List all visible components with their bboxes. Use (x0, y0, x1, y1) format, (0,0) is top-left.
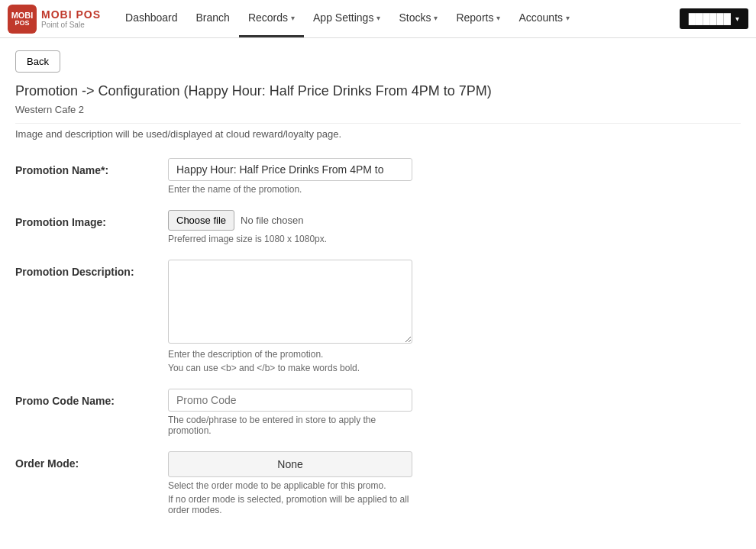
nav-label-reports: Reports (456, 11, 493, 24)
brand-logo-line1: MOBI (11, 11, 34, 20)
order-mode-wrap: None Select the order mode to be applica… (168, 451, 412, 515)
order-mode-hint1: Select the order mode to be applicable f… (168, 480, 412, 491)
order-mode-row: Order Mode: None Select the order mode t… (15, 451, 741, 515)
nav-label-dashboard: Dashboard (125, 11, 178, 24)
promo-code-row: Promo Code Name: The code/phrase to be e… (15, 389, 741, 436)
app-settings-chevron-icon: ▾ (376, 14, 380, 22)
order-mode-label: Order Mode: (15, 451, 168, 470)
brand-logo-line2: POS (15, 20, 29, 27)
promo-code-wrap: The code/phrase to be entered in store t… (168, 389, 412, 436)
promotion-description-hint2: You can use <b> and </b> to make words b… (168, 363, 412, 373)
promotion-name-label: Promotion Name*: (15, 158, 168, 176)
promo-code-label: Promo Code Name: (15, 389, 168, 407)
nav-label-accounts: Accounts (519, 11, 563, 24)
page-title: Promotion -> Configuration (Happy Hour: … (15, 83, 741, 99)
promotion-description-row: Promotion Description: Enter the descrip… (15, 260, 741, 373)
nav-item-dashboard[interactable]: Dashboard (116, 0, 187, 37)
nav-label-app-settings: App Settings (313, 11, 373, 24)
nav-item-app-settings[interactable]: App Settings ▾ (304, 0, 389, 37)
promotion-name-row: Promotion Name*: Enter the name of the p… (15, 158, 741, 195)
navbar: MOBI POS MOBI POS Point of Sale Dashboar… (0, 0, 756, 38)
branch-name: Western Cafe 2 (15, 104, 741, 124)
brand: MOBI POS MOBI POS Point of Sale (8, 5, 101, 34)
promotion-description-input[interactable] (168, 260, 412, 344)
page-hint: Image and description will be used/displ… (15, 128, 741, 140)
choose-file-button[interactable]: Choose file (168, 210, 234, 231)
nav-items: Dashboard Branch Records ▾ App Settings … (116, 0, 579, 37)
nav-item-accounts[interactable]: Accounts ▾ (509, 0, 579, 37)
order-mode-select[interactable]: None (168, 451, 412, 477)
nav-label-records: Records (248, 11, 288, 24)
promotion-name-hint: Enter the name of the promotion. (168, 184, 412, 195)
brand-logo: MOBI POS (8, 5, 37, 34)
promotion-image-hint: Preferred image size is 1080 x 1080px. (168, 234, 412, 244)
file-input-row: Choose file No file chosen (168, 210, 412, 231)
promotion-description-hint1: Enter the description of the promotion. (168, 349, 412, 360)
promotion-image-wrap: Choose file No file chosen Preferred ima… (168, 210, 412, 244)
brand-text: MOBI POS Point of Sale (41, 8, 101, 29)
stocks-chevron-icon: ▾ (434, 14, 438, 22)
promotion-description-wrap: Enter the description of the promotion. … (168, 260, 412, 373)
nav-label-branch: Branch (196, 11, 230, 24)
user-menu-button[interactable]: ██████ ▾ (680, 8, 748, 29)
accounts-chevron-icon: ▾ (566, 14, 570, 22)
promo-code-hint: The code/phrase to be entered in store t… (168, 415, 412, 436)
nav-item-records[interactable]: Records ▾ (239, 0, 304, 37)
nav-item-reports[interactable]: Reports ▾ (447, 0, 509, 37)
nav-item-stocks[interactable]: Stocks ▾ (389, 0, 447, 37)
brand-sub: Point of Sale (41, 21, 101, 29)
user-label: ██████ (689, 13, 731, 24)
reports-chevron-icon: ▾ (496, 14, 500, 22)
promotion-name-input[interactable] (168, 158, 412, 181)
promotion-image-label: Promotion Image: (15, 210, 168, 228)
no-file-text: No file chosen (241, 215, 303, 226)
main-content: Back Promotion -> Configuration (Happy H… (0, 38, 756, 543)
order-mode-hint2: If no order mode is selected, promotion … (168, 494, 412, 515)
nav-item-branch[interactable]: Branch (187, 0, 239, 37)
promo-code-input[interactable] (168, 389, 412, 412)
promotion-description-label: Promotion Description: (15, 260, 168, 278)
promotion-image-row: Promotion Image: Choose file No file cho… (15, 210, 741, 244)
promotion-name-wrap: Enter the name of the promotion. (168, 158, 412, 195)
user-chevron-icon: ▾ (735, 15, 739, 23)
records-chevron-icon: ▾ (291, 14, 295, 22)
brand-name: MOBI POS (41, 8, 101, 21)
nav-label-stocks: Stocks (399, 11, 431, 24)
back-button[interactable]: Back (15, 50, 60, 73)
